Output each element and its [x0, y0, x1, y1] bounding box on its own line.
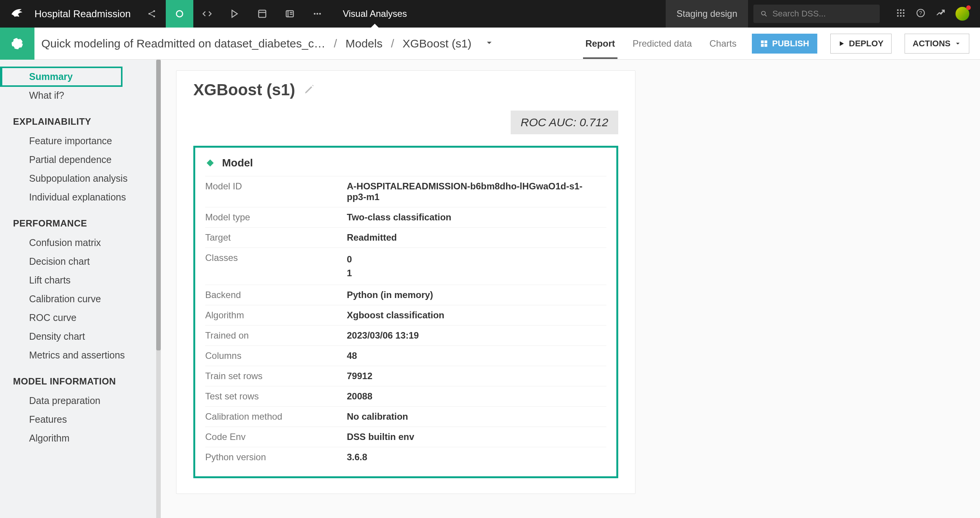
- project-name[interactable]: Hospital Readmission: [34, 8, 138, 20]
- svg-rect-22: [761, 40, 764, 43]
- tab-report[interactable]: Report: [583, 28, 617, 59]
- svg-point-7: [317, 13, 318, 15]
- publish-label: PUBLISH: [772, 39, 809, 49]
- main-content: XGBoost (s1) ROC AUC: 0.712 Model Model …: [161, 60, 980, 518]
- model-diamond-icon: [205, 158, 215, 168]
- sidebar-item-summary[interactable]: Summary: [0, 67, 122, 86]
- actions-button[interactable]: ACTIONS: [905, 34, 969, 54]
- dataiku-logo[interactable]: [0, 0, 34, 28]
- class-0: 0: [347, 252, 596, 266]
- sidebar-item-metrics[interactable]: Metrics and assertions: [0, 346, 156, 365]
- edit-title-icon[interactable]: [304, 83, 315, 96]
- sidebar-scrollbar[interactable]: [156, 60, 161, 518]
- sidebar-item-decision-chart[interactable]: Decision chart: [0, 252, 156, 271]
- global-search[interactable]: [753, 5, 880, 23]
- value-train-rows: 79912: [347, 371, 596, 381]
- svg-point-14: [900, 12, 902, 14]
- label-model-id: Model ID: [205, 181, 347, 202]
- chevron-down-icon[interactable]: [485, 37, 494, 50]
- label-backend: Backend: [205, 290, 347, 300]
- sidebar: Summary What if? EXPLAINABILITY Feature …: [0, 60, 161, 518]
- label-test-rows: Test set rows: [205, 391, 347, 402]
- model-section-title: Model: [222, 157, 253, 169]
- share-icon[interactable]: [138, 0, 166, 28]
- row-trained-on: Trained on 2023/03/06 13:19: [205, 325, 606, 345]
- sidebar-item-features[interactable]: Features: [0, 410, 156, 429]
- svg-rect-25: [764, 44, 767, 46]
- search-icon: [760, 10, 768, 18]
- svg-point-12: [903, 9, 904, 11]
- value-model-type: Two-class classification: [347, 212, 596, 223]
- play-icon: [838, 40, 845, 47]
- code-icon[interactable]: [193, 0, 221, 28]
- flow-icon[interactable]: [166, 0, 193, 28]
- svg-point-11: [900, 9, 902, 11]
- row-model-id: Model ID A-HOSPITALREADMISSION-b6bm8dho-…: [205, 176, 606, 207]
- sidebar-item-density-chart[interactable]: Density chart: [0, 327, 156, 346]
- sidebar-item-individual-explanations[interactable]: Individual explanations: [0, 188, 156, 207]
- svg-point-3: [176, 11, 183, 17]
- value-trained-on: 2023/03/06 13:19: [347, 330, 596, 341]
- crumb-current-model[interactable]: XGBoost (s1): [403, 37, 472, 50]
- value-calibration: No calibration: [347, 411, 596, 422]
- svg-rect-24: [761, 44, 764, 46]
- sidebar-item-confusion-matrix[interactable]: Confusion matrix: [0, 233, 156, 252]
- value-python-version: 3.6.8: [347, 452, 596, 463]
- more-icon[interactable]: [304, 0, 331, 28]
- sidebar-item-whatif[interactable]: What if?: [0, 86, 156, 105]
- label-trained-on: Trained on: [205, 330, 347, 341]
- svg-point-18: [903, 15, 904, 16]
- value-target: Readmitted: [347, 232, 596, 243]
- sidebar-section-model-info: MODEL INFORMATION: [0, 365, 156, 391]
- label-algorithm: Algorithm: [205, 310, 347, 321]
- publish-button[interactable]: PUBLISH: [752, 34, 817, 54]
- crumb-analysis[interactable]: Quick modeling of Readmitted on dataset_…: [41, 37, 325, 50]
- svg-point-15: [903, 12, 904, 14]
- sidebar-item-calibration-curve[interactable]: Calibration curve: [0, 290, 156, 308]
- wiki-icon[interactable]: [276, 0, 304, 28]
- activity-icon[interactable]: [936, 8, 946, 20]
- nav-visual-analyses[interactable]: Visual Analyses: [331, 0, 418, 28]
- actions-label: ACTIONS: [913, 39, 951, 49]
- sidebar-item-feature-importance[interactable]: Feature importance: [0, 132, 156, 150]
- svg-point-10: [897, 9, 898, 11]
- row-python-version: Python version 3.6.8: [205, 447, 606, 467]
- tab-predicted-data[interactable]: Predicted data: [630, 28, 694, 59]
- user-avatar[interactable]: [956, 7, 969, 21]
- sidebar-item-algorithm[interactable]: Algorithm: [0, 429, 156, 448]
- apps-icon[interactable]: [896, 8, 906, 20]
- search-input[interactable]: [773, 9, 873, 19]
- crumb-models[interactable]: Models: [345, 37, 382, 50]
- publish-icon: [760, 39, 768, 48]
- sidebar-item-subpopulation[interactable]: Subpopulation analysis: [0, 169, 156, 188]
- sidebar-item-data-preparation[interactable]: Data preparation: [0, 391, 156, 410]
- dashboard-icon[interactable]: [248, 0, 276, 28]
- model-info-box: Model Model ID A-HOSPITALREADMISSION-b6b…: [193, 146, 618, 478]
- value-algorithm: Xgboost classification: [347, 310, 596, 321]
- run-icon[interactable]: [221, 0, 248, 28]
- top-navigation: Hospital Readmission Visual Analyses Sta…: [0, 0, 980, 28]
- row-columns: Columns 48: [205, 345, 606, 366]
- staging-design[interactable]: Staging design: [666, 0, 748, 28]
- label-train-rows: Train set rows: [205, 371, 347, 381]
- help-icon[interactable]: ?: [916, 8, 926, 20]
- breadcrumb-separator: /: [391, 37, 394, 50]
- sidebar-item-roc-curve[interactable]: ROC curve: [0, 308, 156, 327]
- label-target: Target: [205, 232, 347, 243]
- deploy-button[interactable]: DEPLOY: [830, 34, 892, 54]
- svg-point-8: [319, 13, 321, 15]
- sidebar-section-explainability: EXPLAINABILITY: [0, 105, 156, 132]
- label-classes: Classes: [205, 252, 347, 280]
- top-right-icons: ?: [885, 7, 980, 21]
- label-python-version: Python version: [205, 452, 347, 463]
- class-1: 1: [347, 266, 596, 280]
- sidebar-item-partial-dependence[interactable]: Partial dependence: [0, 150, 156, 169]
- value-columns: 48: [347, 350, 596, 361]
- row-model-type: Model type Two-class classification: [205, 207, 606, 227]
- value-classes: 0 1: [347, 252, 596, 280]
- sidebar-item-lift-charts[interactable]: Lift charts: [0, 271, 156, 290]
- lab-home-icon[interactable]: [0, 28, 34, 60]
- summary-panel: XGBoost (s1) ROC AUC: 0.712 Model Model …: [176, 70, 635, 494]
- tab-charts[interactable]: Charts: [707, 28, 739, 59]
- breadcrumb-bar: Quick modeling of Readmitted on dataset_…: [0, 28, 980, 60]
